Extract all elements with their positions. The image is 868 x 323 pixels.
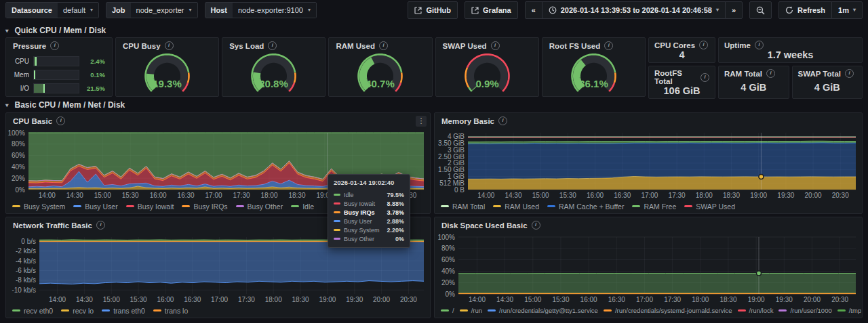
zoom-out-button[interactable] bbox=[749, 1, 772, 19]
gauge: 19.3% bbox=[116, 51, 218, 96]
panel-title-text[interactable]: CPU Cores bbox=[654, 41, 695, 49]
legend-item[interactable]: recv lo bbox=[61, 307, 94, 315]
info-icon[interactable]: i bbox=[699, 41, 708, 49]
legend-item[interactable]: Busy IRQs bbox=[182, 202, 227, 211]
info-icon[interactable]: i bbox=[755, 41, 764, 49]
info-icon[interactable]: i bbox=[165, 41, 174, 50]
tooltip-row: Busy IRQs3.78% bbox=[334, 208, 404, 217]
host-picker[interactable]: Host node-exporter:9100▾ bbox=[205, 2, 317, 18]
memory-basic-chart[interactable]: 0 B512 MiB1 GiB1.50 GiB2 GiB2.50 GiB3 Gi… bbox=[435, 129, 861, 200]
legend-item[interactable]: trans eth0 bbox=[102, 307, 145, 315]
panel-title-text[interactable]: RAM Used bbox=[336, 42, 375, 50]
job-picker[interactable]: Job node_exporter▾ bbox=[106, 2, 198, 18]
info-icon[interactable]: i bbox=[701, 73, 709, 82]
svg-text:20.8%: 20.8% bbox=[259, 78, 288, 89]
legend-item[interactable]: / bbox=[441, 307, 454, 314]
panel-title[interactable]: Memory Basic bbox=[441, 117, 494, 125]
svg-text:-10 kb/s: -10 kb/s bbox=[12, 286, 36, 294]
chevron-down-icon: ▾ bbox=[189, 7, 191, 13]
legend-swatch bbox=[12, 205, 20, 207]
datasource-picker[interactable]: Datasource default▾ bbox=[5, 2, 99, 18]
legend-item[interactable]: Busy Iowait bbox=[126, 202, 174, 211]
svg-text:-6 kb/s: -6 kb/s bbox=[16, 267, 36, 274]
svg-text:14:00: 14:00 bbox=[39, 192, 56, 199]
legend-item[interactable]: RAM Cache + Buffer bbox=[547, 202, 624, 211]
panel-title-text[interactable]: RootFS Total bbox=[654, 69, 696, 85]
legend-swatch bbox=[61, 309, 69, 311]
legend-item[interactable]: Busy System bbox=[12, 202, 65, 211]
panel-title-text[interactable]: CPU Busy bbox=[123, 42, 161, 50]
legend-item[interactable]: RAM Free bbox=[632, 202, 676, 211]
section-basic[interactable]: ▾ Basic CPU / Mem / Net / Disk bbox=[5, 100, 125, 110]
info-icon[interactable]: i bbox=[532, 221, 540, 230]
legend-item[interactable]: /run/user/1000 bbox=[778, 307, 831, 314]
info-icon[interactable]: i bbox=[766, 69, 775, 78]
legend-label: trans eth0 bbox=[113, 307, 145, 315]
tooltip-series-label: Idle bbox=[344, 192, 383, 198]
time-range-picker[interactable]: 2026-01-14 13:39:53 to 2026-01-14 20:46:… bbox=[542, 1, 726, 19]
gauge: 40.7% bbox=[329, 51, 431, 96]
pressure-bar-fill bbox=[34, 84, 45, 93]
panel-title[interactable]: CPU Basic bbox=[13, 117, 52, 125]
time-range-forward-button[interactable]: » bbox=[725, 1, 743, 19]
svg-text:20%: 20% bbox=[12, 175, 25, 182]
svg-text:18:00: 18:00 bbox=[692, 296, 709, 303]
info-icon[interactable]: i bbox=[845, 69, 854, 78]
panel-title-text[interactable]: RAM Total bbox=[724, 70, 762, 78]
legend-item[interactable]: /run/lock bbox=[738, 307, 774, 314]
tooltip-series-swatch bbox=[334, 194, 340, 196]
svg-text:17:30: 17:30 bbox=[669, 192, 686, 199]
tooltip-series-value: 3.78% bbox=[387, 209, 404, 216]
info-icon[interactable]: i bbox=[56, 116, 65, 125]
panel-title-text[interactable]: Sys Load bbox=[229, 42, 264, 50]
legend-item[interactable]: /run/credentials/systemd-journald.servic… bbox=[604, 307, 732, 314]
refresh-button[interactable]: Refresh bbox=[778, 1, 832, 19]
refresh-interval-dropdown[interactable]: 1m▾ bbox=[831, 1, 863, 19]
legend-item[interactable]: trans lo bbox=[153, 307, 188, 315]
job-value: node_exporter bbox=[136, 6, 184, 14]
time-range-back-button[interactable]: « bbox=[525, 1, 542, 19]
panel-title-text[interactable]: Uptime bbox=[724, 41, 751, 49]
panel-title[interactable]: Disk Space Used Basic bbox=[441, 221, 528, 230]
panel-title-text[interactable]: Root FS Used bbox=[549, 42, 600, 50]
svg-text:0.9%: 0.9% bbox=[475, 78, 498, 89]
legend-item[interactable]: /run bbox=[460, 307, 482, 314]
legend-item[interactable]: Busy User bbox=[73, 202, 117, 211]
legend-item[interactable]: RAM Used bbox=[493, 202, 539, 211]
panel-title[interactable]: Network Traffic Basic bbox=[13, 221, 92, 230]
legend-item[interactable]: Idle bbox=[291, 202, 314, 211]
info-icon[interactable]: i bbox=[498, 116, 507, 125]
disk-space-chart[interactable]: 0%20%40%60%80%100%14:0014:3015:0015:3016… bbox=[435, 234, 861, 304]
panel-title[interactable]: Pressure bbox=[13, 42, 46, 50]
svg-text:17:30: 17:30 bbox=[664, 296, 681, 303]
legend-label: RAM Cache + Buffer bbox=[559, 202, 624, 211]
info-icon[interactable]: i bbox=[50, 41, 59, 50]
panel-title-text[interactable]: SWAP Total bbox=[798, 70, 841, 78]
pressure-row-label: I/O bbox=[10, 85, 29, 92]
legend-item[interactable]: RAM Total bbox=[441, 202, 485, 211]
legend-item[interactable]: SWAP Used bbox=[684, 202, 735, 211]
kebab-menu-icon[interactable]: ⋮ bbox=[416, 116, 427, 127]
svg-text:17:30: 17:30 bbox=[233, 192, 250, 199]
github-link-button[interactable]: GitHub bbox=[408, 1, 458, 19]
legend-item[interactable]: recv eth0 bbox=[12, 307, 53, 315]
stat-value: 4 GiB bbox=[719, 78, 789, 98]
info-icon[interactable]: i bbox=[604, 41, 613, 50]
info-icon[interactable]: i bbox=[96, 221, 105, 230]
legend-item[interactable]: /tmp bbox=[837, 307, 861, 314]
info-icon[interactable]: i bbox=[379, 41, 388, 50]
legend-label: trans lo bbox=[165, 307, 188, 315]
svg-text:80%: 80% bbox=[12, 140, 25, 148]
section-quick[interactable]: ▾ Quick CPU / Mem / Disk bbox=[5, 26, 106, 35]
info-icon[interactable]: i bbox=[268, 41, 277, 50]
legend-item[interactable]: /run/credentials/getty@tty1.service bbox=[488, 307, 598, 314]
legend-item[interactable]: Busy Other bbox=[236, 202, 283, 211]
grafana-link-button[interactable]: Grafana bbox=[465, 1, 518, 19]
pressure-panel: Pressurei CPU2.4%Mem0.1%I/O21.5% bbox=[5, 37, 113, 97]
pressure-row-label: CPU bbox=[10, 58, 29, 65]
stat-value: 106 GiB bbox=[649, 85, 715, 98]
svg-text:14:30: 14:30 bbox=[76, 296, 93, 303]
panel-title-text[interactable]: SWAP Used bbox=[443, 42, 487, 50]
legend-swatch bbox=[547, 205, 555, 207]
info-icon[interactable]: i bbox=[491, 41, 500, 50]
